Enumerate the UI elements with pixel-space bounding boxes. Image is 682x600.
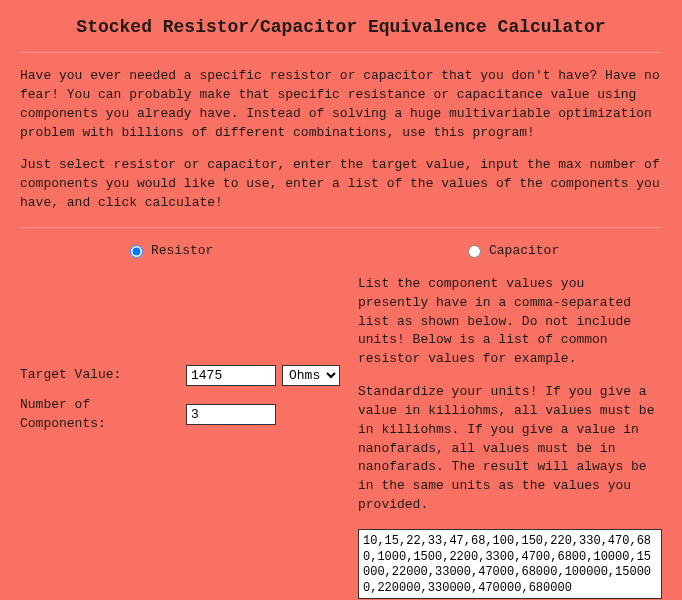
capacitor-radio[interactable] — [468, 245, 481, 258]
values-instructions-2: Standardize your units! If you give a va… — [358, 383, 662, 515]
divider — [20, 227, 662, 228]
num-components-input[interactable] — [186, 404, 276, 425]
intro-paragraph-1: Have you ever needed a specific resistor… — [20, 67, 662, 142]
resistor-radio-label: Resistor — [151, 242, 213, 261]
unit-select[interactable]: Ohms — [282, 365, 340, 386]
target-value-input[interactable] — [186, 365, 276, 386]
capacitor-radio-label: Capacitor — [489, 242, 559, 261]
values-list-textarea[interactable] — [358, 529, 662, 599]
resistor-radio[interactable] — [130, 245, 143, 258]
values-instructions-1: List the component values you presently … — [358, 275, 662, 369]
page-title: Stocked Resistor/Capacitor Equivalence C… — [20, 14, 662, 40]
target-value-label: Target Value: — [20, 366, 180, 385]
divider — [20, 52, 662, 53]
intro-paragraph-2: Just select resistor or capacitor, enter… — [20, 156, 662, 213]
num-components-label: Number of Components: — [20, 396, 180, 434]
